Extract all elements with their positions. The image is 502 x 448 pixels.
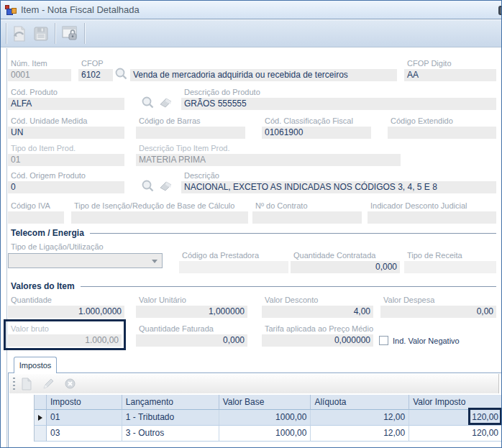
unidade-medida-label: Cód. Unidade Medida [8,116,124,126]
titlebar: Item - Nota Fiscal Detalhada [1,1,502,19]
cell-lancamento[interactable]: 1 - Tributado [122,410,219,426]
delete-icon [65,378,76,389]
cod-extendido-input[interactable] [388,127,496,139]
class-fiscal-field: Cód. Classificação Fiscal 01061900 [262,116,371,139]
tipo-item-label: Tipo do Item Prod. [8,144,124,153]
quantidade-input[interactable]: 1.000,0000 [8,306,124,318]
num-contrato-field: Nº do Contrato [252,201,362,224]
main-toolbar [1,20,502,47]
codigo-iva-field: Código IVA [8,201,64,224]
origem-produto-input[interactable]: 0 [8,181,124,193]
tipo-isencao-label: Tipo de Isenção/Redução de Base de Cálcu… [71,201,248,211]
desc-tipo-item-input: MATERIA PRIMA [136,154,401,166]
qtd-faturada-input[interactable]: 0,000 [136,334,247,347]
telecom-section-rule [90,233,496,234]
quantidade-field: Quantidade 1.000,0000 [8,296,124,318]
num-item-input: 0001 [8,69,71,81]
cell-valor-base[interactable]: 1000,00 [219,426,311,442]
valor-bruto-label: Valor bruto [8,324,122,334]
col-valor-imposto[interactable]: Valor Imposto [409,395,502,410]
impostos-grid: Imposto Lançamento Valor Base Alíquota V… [34,395,502,442]
toolbar-grip [13,378,15,390]
cell-valor-base[interactable]: 1000,00 [219,410,311,426]
origem-produto-label: Cód. Origem Produto [8,171,124,180]
tipo-ligacao-label: Tipo de Ligação/Utilização [8,242,163,252]
desc-produto-input[interactable]: GRÃOS 555555 [181,98,496,110]
cell-lancamento[interactable]: 3 - Outros [122,426,219,442]
valor-despesa-field: Valor Despesa 0,00 [380,296,496,318]
cod-produto-input[interactable]: ALFA [8,98,124,110]
valor-unitario-label: Valor Unitário [136,296,247,305]
add-imposto-button [19,376,35,391]
valor-desconto-input[interactable]: 4,00 [262,306,373,318]
ind-valor-negativo-label: Ind. Valor Negativo [393,337,460,345]
tipo-ligacao-field: Tipo de Ligação/Utilização [8,242,163,268]
produto-clear-icon[interactable] [158,96,173,112]
undo-icon [11,25,28,42]
cod-prestadora-field: Código da Prestadora [179,251,288,273]
cfop-digito-input[interactable]: AA [404,69,496,81]
qtd-contratada-input[interactable]: 0,000 [291,261,400,273]
cfop-input[interactable]: 6102 [78,69,113,81]
new-document-icon [21,378,32,390]
window-close-button-partial[interactable] [498,6,502,15]
origem-search-icon[interactable] [141,179,155,196]
valor-unitario-input[interactable]: 1,000000 [136,306,247,318]
num-contrato-label: Nº do Contrato [252,201,362,211]
cod-barras-input[interactable] [136,127,245,139]
valores-section-header: Valores do Item [11,281,496,291]
origem-produto-field: Cód. Origem Produto 0 [8,171,124,193]
cod-prestadora-label: Código da Prestadora [179,251,288,260]
class-fiscal-label: Cód. Classificação Fiscal [262,116,371,126]
valor-bruto-field: Valor bruto 1.000,00 [8,324,122,347]
desconto-judicial-label: Indicador Desconto Judicial [368,201,496,211]
lock-window-button[interactable] [59,22,81,45]
cell-valor-imposto[interactable]: 120,00 [409,426,502,442]
table-row[interactable]: 01 1 - Tributado 1000,00 12,00 120,00 [35,410,502,426]
cfop-field: CFOP 6102 [78,59,113,81]
valor-despesa-input[interactable]: 0,00 [380,306,496,318]
origem-clear-icon[interactable] [158,179,173,196]
codigo-iva-input[interactable] [8,211,64,224]
valores-section-title: Valores do Item [11,281,75,291]
col-imposto[interactable]: Imposto [47,395,122,410]
window-title: Item - Nota Fiscal Detalhada [21,4,140,15]
table-row[interactable]: 03 3 - Outros 1000,00 12,00 120,00 [35,426,502,442]
desc-tipo-item-field: Descrição Tipo Item Prod. MATERIA PRIMA [136,144,401,166]
class-fiscal-input[interactable]: 01061900 [262,127,371,139]
desconto-judicial-input[interactable] [368,211,496,224]
qtd-contratada-field: Quantidade Contratada 0,000 [291,251,400,273]
col-valor-base[interactable]: Valor Base [219,395,311,410]
cod-barras-field: Código de Barras [136,116,245,139]
row-selector[interactable] [35,426,47,442]
origem-desc-input[interactable]: NACIONAL, EXCETO AS INDICADAS NOS CÓDIGO… [181,181,496,193]
col-aliquota[interactable]: Alíquota [311,395,409,410]
save-button [30,22,52,45]
num-contrato-input[interactable] [252,211,362,224]
edit-pencil-icon [42,378,55,390]
cell-imposto[interactable]: 01 [47,410,122,426]
cfop-digito-field: CFOP Digito AA [404,59,496,81]
cell-valor-imposto[interactable]: 120,00 [409,410,502,426]
qtd-faturada-field: Quantidade Faturada 0,000 [136,324,247,347]
cfop-search-icon[interactable] [114,67,128,83]
tipo-receita-field: Tipo de Receita [404,251,496,273]
tab-impostos[interactable]: Impostos [14,357,57,373]
valor-unitario-field: Valor Unitário 1,000000 [136,296,247,318]
cfop-desc-input[interactable]: Venda de mercadoria adquirida ou recebid… [130,69,397,81]
cfop-desc-field: Venda de mercadoria adquirida ou recebid… [130,59,397,81]
tipo-isencao-input[interactable] [71,211,248,224]
row-selector[interactable] [35,410,47,426]
cell-imposto[interactable]: 03 [47,426,122,442]
desc-tipo-item-label: Descrição Tipo Item Prod. [136,144,401,153]
valor-despesa-label: Valor Despesa [380,296,496,305]
col-lancamento[interactable]: Lançamento [122,395,219,410]
tarifa-input[interactable]: 0,000000 [262,334,373,347]
unidade-medida-input[interactable]: UN [8,127,124,139]
origem-desc-label: Descrição [181,171,496,180]
cell-aliquota[interactable]: 12,00 [311,426,409,442]
cod-extendido-label: Código Extendido [388,116,496,126]
produto-search-icon[interactable] [141,96,155,112]
cell-aliquota[interactable]: 12,00 [311,410,409,426]
ind-valor-negativo-checkbox[interactable] [379,336,388,345]
